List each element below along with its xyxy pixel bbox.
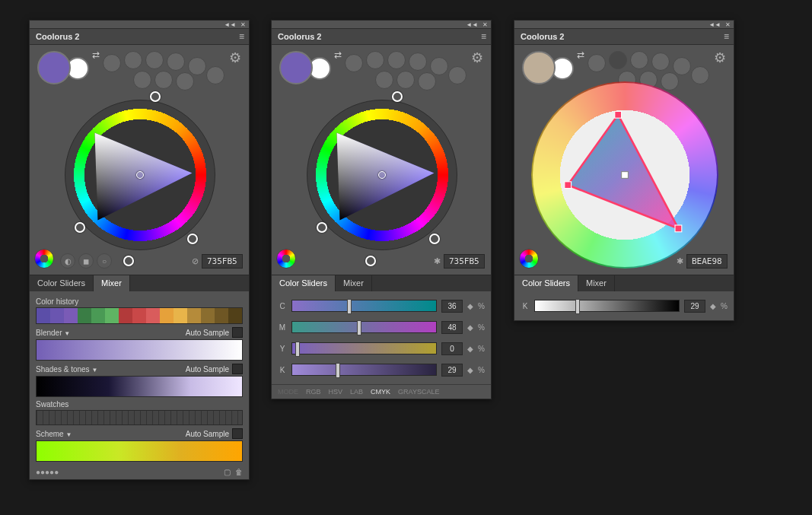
settings-icon[interactable]: ⚙: [229, 49, 241, 66]
pager-dots[interactable]: ●●●●●: [36, 468, 59, 476]
scheme-dot[interactable]: [176, 72, 194, 91]
history-swatch[interactable]: [119, 308, 132, 323]
history-swatch[interactable]: [215, 308, 228, 323]
history-swatch[interactable]: [50, 308, 64, 323]
k-slider[interactable]: [534, 300, 680, 312]
foreground-swatch[interactable]: [279, 51, 313, 84]
stepper-icon[interactable]: ◆: [467, 302, 473, 310]
collapse-icon[interactable]: ◄◄: [466, 21, 478, 28]
auto-sample-toggle[interactable]: [232, 364, 243, 374]
history-swatch[interactable]: [91, 308, 105, 323]
hue-handle[interactable]: [317, 222, 327, 233]
hex-input[interactable]: [686, 254, 728, 269]
auto-sample-toggle[interactable]: [232, 428, 243, 439]
scheme-dot[interactable]: [188, 57, 206, 75]
c-value[interactable]: [441, 300, 463, 313]
k-value[interactable]: [684, 300, 705, 313]
y-slider[interactable]: [291, 342, 437, 354]
history-swatch[interactable]: [201, 308, 215, 323]
scheme-dot[interactable]: [103, 54, 121, 72]
mode-grayscale[interactable]: GRAYSCALE: [398, 388, 439, 396]
c-slider[interactable]: [291, 300, 437, 312]
foreground-swatch[interactable]: [37, 51, 71, 84]
scheme-dot[interactable]: [673, 57, 691, 75]
close-icon[interactable]: ✕: [725, 21, 731, 28]
picker-dot[interactable]: [136, 171, 144, 179]
y-value[interactable]: [441, 342, 463, 355]
picker-dot[interactable]: [378, 171, 386, 179]
hue-handle[interactable]: [150, 91, 161, 102]
scheme-dot[interactable]: [206, 66, 224, 84]
scheme-dot[interactable]: [430, 57, 448, 75]
mode-rgb[interactable]: RGB: [306, 388, 321, 396]
history-swatch[interactable]: [146, 308, 160, 323]
history-swatch[interactable]: [64, 308, 78, 323]
mini-wheel-icon[interactable]: [519, 249, 539, 269]
stepper-icon[interactable]: ◆: [467, 345, 473, 353]
scheme-dot[interactable]: [366, 51, 384, 69]
hue-handle[interactable]: [429, 234, 440, 244]
blender-bar[interactable]: [36, 339, 243, 361]
hue-handle[interactable]: [365, 256, 376, 266]
new-icon[interactable]: ▢: [224, 468, 231, 476]
no-color-icon[interactable]: ⊘: [192, 256, 199, 266]
scheme-dot[interactable]: [588, 54, 606, 72]
history-swatch[interactable]: [78, 308, 91, 323]
hex-input[interactable]: [444, 254, 485, 269]
swap-icon[interactable]: ⇄: [334, 49, 342, 60]
tab-color-sliders[interactable]: Color Sliders: [272, 275, 336, 291]
hue-wheel[interactable]: [288, 81, 476, 269]
scheme-dot[interactable]: [167, 52, 185, 71]
swap-icon[interactable]: ⇄: [92, 49, 100, 60]
settings-icon[interactable]: ⚙: [471, 49, 483, 66]
stepper-icon[interactable]: ◆: [467, 366, 473, 374]
history-swatch[interactable]: [132, 308, 146, 323]
color-history[interactable]: [36, 307, 243, 324]
gamut-triangle[interactable]: [541, 91, 709, 259]
hue-handle[interactable]: [392, 91, 403, 102]
tab-mixer[interactable]: Mixer: [578, 275, 615, 291]
scheme-bar[interactable]: [36, 440, 243, 462]
shades-bar[interactable]: [36, 376, 243, 397]
history-swatch[interactable]: [187, 308, 201, 323]
dropdown-icon[interactable]: ▼: [64, 330, 70, 337]
hue-handle[interactable]: [187, 234, 198, 244]
mode-button[interactable]: ○: [97, 253, 112, 269]
mode-hsv[interactable]: HSV: [329, 388, 343, 396]
hex-input[interactable]: [202, 254, 243, 269]
gamut-circle[interactable]: [531, 81, 718, 269]
scheme-dot[interactable]: [651, 52, 670, 71]
history-swatch[interactable]: [160, 308, 174, 323]
k-slider[interactable]: [291, 364, 437, 376]
history-swatch[interactable]: [105, 308, 119, 323]
k-value[interactable]: [441, 364, 463, 377]
scheme-dot[interactable]: [145, 51, 164, 69]
close-icon[interactable]: ✕: [240, 21, 246, 28]
foreground-swatch[interactable]: [522, 51, 556, 84]
dropdown-icon[interactable]: ▼: [65, 431, 72, 438]
scheme-dot[interactable]: [691, 66, 709, 84]
stepper-icon[interactable]: ◆: [467, 323, 473, 332]
lock-icon[interactable]: ✱: [677, 256, 683, 266]
tab-mixer[interactable]: Mixer: [336, 275, 372, 291]
scheme-dot[interactable]: [387, 51, 406, 69]
tab-color-sliders[interactable]: Color Sliders: [30, 275, 94, 291]
trash-icon[interactable]: 🗑: [235, 468, 243, 476]
history-swatch[interactable]: [174, 308, 187, 323]
m-value[interactable]: [441, 321, 463, 334]
mode-button[interactable]: ◐: [60, 253, 75, 269]
scheme-dot[interactable]: [448, 66, 467, 84]
hue-handle[interactable]: [75, 222, 85, 233]
scheme-dot[interactable]: [418, 72, 436, 91]
swap-icon[interactable]: ⇄: [577, 49, 584, 60]
mode-lab[interactable]: LAB: [350, 388, 363, 396]
scheme-dot[interactable]: [345, 54, 363, 72]
mini-wheel-icon[interactable]: [34, 249, 54, 269]
scheme-dot[interactable]: [124, 51, 142, 69]
stepper-icon[interactable]: ◆: [710, 302, 716, 310]
history-swatch[interactable]: [37, 308, 50, 323]
settings-icon[interactable]: ⚙: [714, 49, 726, 66]
tab-mixer[interactable]: Mixer: [94, 275, 130, 291]
mini-wheel-icon[interactable]: [276, 249, 296, 269]
collapse-icon[interactable]: ◄◄: [224, 21, 236, 28]
